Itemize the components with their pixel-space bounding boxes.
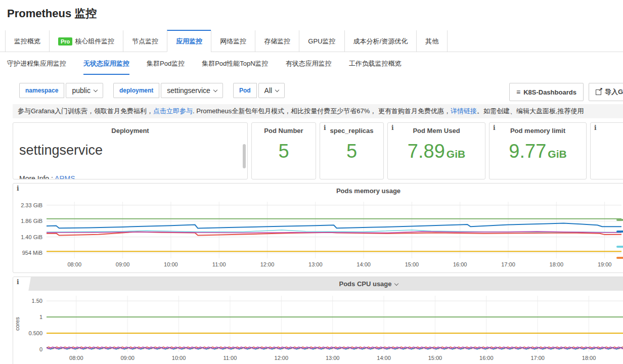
tab-label: 节点监控: [132, 37, 158, 46]
legend-swatch-3[interactable]: [616, 257, 623, 259]
svg-text:1.86 GiB: 1.86 GiB: [21, 218, 42, 224]
stat-title[interactable]: spec_replicas: [320, 127, 383, 134]
stat-number: 9.77: [509, 141, 546, 162]
svg-text:14:00: 14:00: [377, 355, 391, 361]
tab-监控概览[interactable]: 监控概览: [5, 30, 50, 52]
tab-核心组件监控[interactable]: Pro核心组件监控: [49, 30, 123, 52]
panel-scrollbar[interactable]: [243, 144, 246, 168]
stat-value: 5: [320, 141, 383, 162]
svg-text:09:00: 09:00: [116, 261, 130, 267]
info-icon[interactable]: i: [493, 124, 496, 131]
stat-title[interactable]: Pod Number: [252, 127, 316, 134]
legend-swatch-2[interactable]: [616, 246, 623, 248]
stat-title[interactable]: Pod memory limit: [490, 127, 586, 134]
svg-text:16:00: 16:00: [453, 261, 467, 267]
tab-label: 核心组件监控: [75, 37, 114, 46]
stat-unit: GiB: [447, 148, 465, 160]
banner-link[interactable]: 点击立即参与: [153, 107, 193, 115]
tab-应用监控[interactable]: 应用监控: [167, 30, 211, 52]
tab-节点监控[interactable]: 节点监控: [123, 30, 167, 52]
filter-value: public: [72, 86, 91, 95]
more-info-label: More Info :: [19, 174, 55, 179]
filter-select-Pod[interactable]: All: [258, 83, 285, 98]
tab-其他[interactable]: 其他: [416, 30, 448, 52]
pro-badge: Pro: [58, 37, 72, 46]
tab-label: 成本分析/资源优化: [353, 37, 408, 46]
filter-select-namespace[interactable]: public: [66, 83, 103, 98]
tab-label: GPU监控: [308, 37, 335, 46]
promo-banner: 参与Grafana入门训练营，领取首月免费福利，点击立即参与. Promethe…: [13, 104, 623, 118]
stat-panel-Pod Mem Used: iPod Mem Used7.89GiB: [387, 122, 485, 179]
filter-group-namespace: namespacepublic: [19, 83, 103, 98]
filter-select-deployment[interactable]: settingservice: [161, 83, 223, 98]
svg-text:10:00: 10:00: [172, 355, 186, 361]
banner-link[interactable]: 详情链接: [451, 107, 477, 115]
svg-text:0.500: 0.500: [28, 330, 42, 336]
stat-number: 7.89: [408, 141, 445, 162]
filter-label-Pod: Pod: [233, 83, 257, 98]
legend-swatch-1[interactable]: [616, 231, 623, 233]
cpu-panel-header: Pods CPU usage: [13, 277, 623, 291]
external-link-icon: [596, 89, 602, 95]
filter-group-deployment: deploymentsettingservice: [113, 83, 223, 98]
info-icon[interactable]: i: [594, 124, 597, 131]
stat-title[interactable]: Pod Mem Used: [388, 127, 485, 134]
stat-row: DeploymentsettingserviceMore Info : ARMS…: [13, 122, 623, 179]
svg-text:954 MiB: 954 MiB: [22, 250, 42, 256]
tab-label: 监控概览: [14, 37, 40, 46]
filter-row: namespacepublicdeploymentsettingserviceP…: [19, 83, 623, 98]
stat-panel-Pod Number: Pod Number5: [251, 122, 316, 179]
secondary-tab-bar: 守护进程集应用监控无状态应用监控集群Pod监控集群Pod性能TopN监控有状态应…: [0, 52, 623, 75]
info-icon[interactable]: i: [391, 124, 394, 131]
tab-label: 其他: [425, 37, 438, 46]
arms-link[interactable]: ARMS: [55, 174, 75, 179]
tab-label: 应用监控: [176, 37, 202, 46]
svg-text:12:00: 12:00: [260, 261, 275, 267]
subtab-无状态应用监控[interactable]: 无状态应用监控: [83, 59, 129, 75]
info-icon[interactable]: i: [17, 279, 19, 286]
cpu-usage-chart: 00.50011.5008:0009:0010:0011:0012:0013:0…: [13, 291, 623, 364]
chevron-down-icon: [213, 87, 217, 92]
stat-title[interactable]: Deployment: [13, 127, 247, 134]
tab-网络监控[interactable]: 网络监控: [211, 30, 255, 52]
subtab-集群Pod性能TopN监控[interactable]: 集群Pod性能TopN监控: [202, 59, 268, 75]
k8s-dashboards-button[interactable]: ≡ K8S-Dashboards: [509, 83, 584, 101]
subtab-工作负载监控概览[interactable]: 工作负载监控概览: [349, 59, 402, 75]
tab-GPU监控[interactable]: GPU监控: [299, 30, 344, 52]
svg-text:16:00: 16:00: [479, 355, 494, 361]
memory-usage-panel: i Pods memory usage 954 MiB1.40 GiB1.86 …: [13, 183, 623, 273]
subtab-守护进程集应用监控[interactable]: 守护进程集应用监控: [7, 59, 66, 75]
filter-group-Pod: PodAll: [233, 83, 285, 98]
filter-label-namespace: namespace: [19, 83, 64, 98]
more-info: More Info : ARMS: [19, 174, 75, 179]
stat-value: 5: [252, 141, 316, 162]
subtab-集群Pod监控[interactable]: 集群Pod监控: [147, 59, 185, 75]
svg-text:08:00: 08:00: [68, 261, 82, 267]
subtab-有状态应用监控[interactable]: 有状态应用监控: [286, 59, 332, 75]
svg-text:15:00: 15:00: [428, 355, 442, 361]
cpu-chart-title[interactable]: Pods CPU usage: [13, 280, 623, 288]
filter-value: All: [264, 86, 273, 95]
svg-text:17:00: 17:00: [530, 355, 545, 361]
svg-text:2.33 GiB: 2.33 GiB: [21, 202, 42, 208]
series-pod-mem-blue: [47, 223, 621, 229]
stat-number: 5: [278, 141, 289, 162]
info-icon[interactable]: i: [324, 124, 326, 131]
stat-panel-Deployment: DeploymentsettingserviceMore Info : ARMS: [13, 122, 248, 179]
filter-label-deployment: deployment: [113, 83, 159, 98]
svg-text:19:00: 19:00: [598, 261, 612, 267]
stat-panel-partial: i: [590, 122, 623, 179]
svg-text:08:00: 08:00: [69, 355, 83, 361]
chevron-down-icon: [275, 87, 279, 92]
svg-text:09:00: 09:00: [120, 355, 135, 361]
svg-text:1: 1: [39, 314, 42, 320]
legend-swatch-0[interactable]: [616, 219, 623, 221]
banner-text: . Prometheus全新包年包月模式，相比按量付费至少节省67%， 更有首购…: [193, 107, 451, 115]
tab-成本分析/资源优化[interactable]: 成本分析/资源优化: [344, 30, 417, 52]
stat-number: 5: [346, 141, 357, 162]
import-button[interactable]: 导入G: [589, 83, 623, 101]
cpu-usage-panel: Pods CPU usage i 00.50011.5008:0009:0010…: [13, 277, 623, 364]
svg-text:cores: cores: [14, 317, 20, 331]
primary-tab-bar: 监控概览Pro核心组件监控节点监控应用监控网络监控存储监控GPU监控成本分析/资…: [0, 29, 623, 52]
tab-存储监控[interactable]: 存储监控: [255, 30, 299, 52]
